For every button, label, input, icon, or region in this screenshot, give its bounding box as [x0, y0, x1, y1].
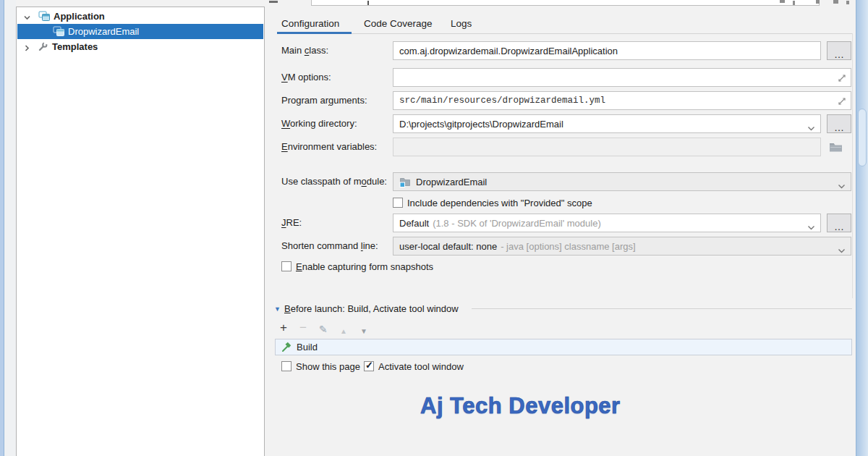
before-launch-task-build[interactable]: Build: [275, 339, 852, 355]
left-gutter: [4, 0, 16, 456]
activate-tool-window-label: Activate tool window: [378, 361, 464, 372]
module-folder-icon: [399, 176, 411, 187]
shorten-command-line-combobox[interactable]: user-local default: none - java [options…: [393, 237, 851, 256]
tab-logs[interactable]: Logs: [451, 18, 472, 29]
tab-code-coverage[interactable]: Code Coverage: [364, 18, 433, 29]
cropped-checkbox-fragment: [816, 0, 820, 4]
form-snapshots-label: Enable capturing form snapshots: [296, 261, 433, 272]
before-launch-separator: [472, 308, 852, 309]
cropped-icon-fragment: [269, 1, 278, 3]
hammer-icon: [281, 342, 292, 352]
cropped-text-fragment: [833, 0, 838, 4]
vm-options-label: VM options:: [281, 72, 331, 83]
chevron-down-icon[interactable]: [807, 221, 815, 232]
working-directory-combobox[interactable]: D:\projects\gitprojects\DropwizardEmail: [393, 114, 821, 133]
cropped-text-fragment: [846, 1, 849, 4]
scrollbar-track: [856, 0, 868, 456]
edit-button[interactable]: ✎: [319, 323, 328, 336]
check-icon: ✓: [365, 360, 373, 371]
tree-item-label: Templates: [52, 41, 98, 52]
show-this-page-checkbox[interactable]: [281, 361, 292, 371]
working-directory-label: Working directory:: [281, 118, 357, 129]
main-class-label: Main class:: [281, 45, 328, 56]
show-this-page-label: Show this page: [296, 361, 360, 372]
use-classpath-combobox[interactable]: DropwizardEmail: [393, 172, 851, 191]
before-launch-header: Before launch: Build, Activate tool wind…: [284, 303, 459, 314]
chevron-down-icon[interactable]: [23, 13, 31, 24]
expand-field-icon[interactable]: [838, 74, 846, 85]
active-tab-indicator: [277, 32, 352, 34]
provided-scope-checkbox[interactable]: [393, 198, 403, 208]
main-class-input[interactable]: com.aj.dropwizardemail.DropwizardEmailAp…: [393, 41, 821, 60]
tree-item-application[interactable]: Application: [17, 9, 263, 24]
tree-item-dropwizardemail[interactable]: DropwizardEmail: [17, 24, 263, 39]
chevron-down-icon[interactable]: [838, 180, 846, 191]
tree-item-label: DropwizardEmail: [68, 26, 139, 37]
application-icon: [38, 11, 51, 24]
collapse-triangle-icon[interactable]: ▼: [274, 305, 281, 313]
jre-combobox[interactable]: Default (1.8 - SDK of 'DropwizardEmail' …: [393, 214, 821, 232]
program-arguments-label: Program arguments:: [281, 95, 367, 106]
configurations-tree-panel: Application DropwizardEmail: [16, 7, 265, 456]
chevron-right-icon[interactable]: [23, 43, 31, 54]
folder-icon[interactable]: [829, 141, 843, 155]
working-directory-browse-button[interactable]: …: [827, 114, 851, 133]
cropped-text-fragment: [780, 0, 785, 3]
chevron-down-icon[interactable]: [807, 122, 815, 133]
environment-variables-input[interactable]: [393, 138, 821, 156]
program-arguments-input[interactable]: src/main/resources/dropwizardemail.yml: [393, 91, 851, 110]
move-up-button[interactable]: ▲: [340, 325, 347, 338]
chevron-down-icon[interactable]: [838, 245, 846, 256]
expand-field-icon[interactable]: [838, 97, 846, 108]
application-icon: [53, 26, 65, 39]
environment-variables-label: Environment variables:: [281, 141, 377, 152]
provided-scope-label: Include dependencies with "Provided" sco…: [407, 198, 592, 208]
main-class-browse-button[interactable]: …: [827, 41, 851, 60]
task-label: Build: [297, 342, 318, 352]
form-panel-right-border: [852, 33, 853, 298]
wrench-icon: [38, 42, 48, 54]
name-input[interactable]: [311, 0, 820, 6]
scrollbar-thumb[interactable]: [858, 109, 867, 166]
text-cursor: [367, 1, 369, 5]
run-debug-configuration-dialog: Application DropwizardEmail: [0, 0, 868, 456]
activate-tool-window-checkbox[interactable]: ✓: [364, 361, 374, 371]
jre-label: JRE:: [281, 217, 302, 228]
use-classpath-label: Use classpath of module:: [281, 176, 387, 187]
vm-options-input[interactable]: [393, 68, 851, 87]
cropped-text-fragment: [793, 1, 795, 5]
add-button[interactable]: +: [280, 321, 287, 334]
remove-button[interactable]: −: [299, 321, 307, 334]
tree-item-label: Application: [54, 11, 105, 22]
tab-configuration[interactable]: Configuration: [281, 18, 339, 29]
tab-separator-line: [277, 33, 852, 34]
watermark-text: Aj Tech Developer: [420, 393, 621, 419]
shorten-command-line-label: Shorten command line:: [281, 240, 378, 251]
form-snapshots-checkbox[interactable]: [281, 261, 292, 271]
jre-browse-button[interactable]: …: [827, 214, 851, 232]
tree-item-templates[interactable]: Templates: [17, 39, 263, 54]
move-down-button[interactable]: ▼: [360, 325, 367, 338]
